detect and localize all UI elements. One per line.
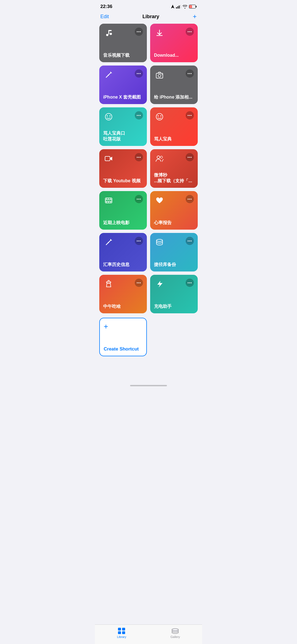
svg-point-14 [108,75,109,76]
card-icon-row: ••• [103,153,143,164]
svg-rect-35 [110,202,111,203]
card-label-insult-lotus: 骂人宝典口 吐莲花版 [103,131,143,142]
edit-button[interactable]: Edit [100,14,109,20]
card-add-photo[interactable]: ••• 给 iPhone 添加相... [150,66,198,104]
card-icon-charging [154,279,165,290]
card-more-button-lunch[interactable]: ••• [135,279,143,287]
card-icon-add-photo [154,69,165,80]
card-icon-row: ••• [103,69,143,80]
card-more-button-shortcut-backup[interactable]: ••• [186,237,194,245]
card-more-button-music-download[interactable]: ••• [135,28,143,36]
svg-rect-30 [106,198,107,199]
wifi-icon [183,5,187,9]
battery-icon [189,5,197,9]
card-more-button-iphone-x-screenshot[interactable]: ••• [135,69,143,78]
card-icon-shortcut-backup [154,237,165,248]
card-icon-weibo [154,153,165,164]
card-heart-rate[interactable]: ••• 心率报告 [150,191,198,230]
card-more-button-youtube[interactable]: ••• [135,153,143,161]
svg-point-21 [156,113,163,120]
card-label-insult: 骂人宝典 [154,136,194,142]
card-youtube[interactable]: ••• 下载 Youtube 视频 [99,149,147,188]
svg-rect-9 [108,30,112,31]
card-icon-row: ••• [154,69,194,80]
svg-rect-28 [105,199,112,200]
card-charging[interactable]: ••• 充电助手 [150,275,198,313]
svg-rect-24 [105,156,110,161]
card-more-button-insult[interactable]: ••• [186,111,194,119]
card-icon-row: ••• [154,111,194,122]
signal-icon [176,5,181,9]
card-label-shortcut-backup: 捷径库备份 [154,262,194,268]
svg-point-19 [107,115,108,116]
svg-point-17 [162,74,163,75]
add-button[interactable]: + [193,13,197,20]
nav-bar: Edit Library + [95,12,202,24]
status-icons [171,5,197,9]
card-weibo[interactable]: ••• 微博秒 ...频下载（支持「... [150,149,198,188]
card-more-button-heart-rate[interactable]: ••• [186,195,194,203]
svg-point-22 [158,115,159,116]
card-icon-insult [154,111,165,122]
card-icon-music-download [103,28,114,39]
card-more-button-weibo[interactable]: ••• [186,153,194,161]
card-icon-row: ••• [154,28,194,39]
card-lunch[interactable]: ••• 中午吃啥 [99,275,147,313]
card-more-button-exchange[interactable]: ••• [135,237,143,245]
card-insult[interactable]: ••• 骂人宝典 [150,107,198,146]
status-bar: 22:36 [95,0,202,12]
card-icon-row: ••• [103,237,143,248]
create-shortcut-card[interactable]: + Create Shortcut [99,318,147,356]
card-icon-row: ••• [154,279,194,290]
card-more-button-movies[interactable]: ••• [135,195,143,203]
card-label-lunch: 中午吃啥 [103,304,143,309]
create-icon-row: + [104,322,142,331]
card-label-youtube: 下载 Youtube 视频 [103,178,143,184]
status-time: 22:36 [100,4,112,9]
create-shortcut-label: Create Shortcut [104,346,142,352]
card-more-button-add-photo[interactable]: ••• [186,69,194,78]
card-shortcut-backup[interactable]: ••• 捷径库备份 [150,233,198,271]
svg-rect-31 [108,198,109,199]
svg-point-40 [156,239,163,241]
svg-line-38 [110,240,111,241]
svg-rect-32 [110,198,111,199]
svg-point-25 [157,156,160,159]
svg-line-13 [110,72,111,74]
svg-rect-2 [179,6,180,9]
card-icon-row: ••• [103,111,143,122]
card-icon-lunch [103,279,114,290]
card-icon-iphone-x-screenshot [103,69,114,80]
card-more-button-download[interactable]: ••• [186,28,194,36]
card-insult-lotus[interactable]: ••• 骂人宝典口 吐莲花版 [99,107,147,146]
shortcuts-grid-container: ••• 音乐视频下载 ••• Download... ••• iPhone X … [95,24,202,383]
card-more-button-insult-lotus[interactable]: ••• [135,111,143,119]
card-icon-youtube [103,153,114,164]
card-movies[interactable]: ••• 近期上映电影 [99,191,147,230]
card-label-charging: 充电助手 [154,304,194,309]
card-more-button-charging[interactable]: ••• [186,279,194,287]
card-icon-insult-lotus [103,111,114,122]
card-icon-exchange [103,237,114,248]
card-download[interactable]: ••• Download... [150,24,198,62]
card-music-download[interactable]: ••• 音乐视频下载 [99,24,147,62]
create-shortcut-row: + Create Shortcut [95,318,202,361]
card-icon-download [154,28,165,39]
card-iphone-x-screenshot[interactable]: ••• iPhone X 套壳截图 [99,66,147,104]
svg-point-16 [158,74,161,77]
card-label-download: Download... [154,53,194,58]
page-title: Library [142,14,159,20]
card-icon-movies [103,195,114,206]
shortcuts-grid: ••• 音乐视频下载 ••• Download... ••• iPhone X … [95,24,202,318]
svg-point-39 [108,242,109,243]
card-exchange[interactable]: ••• 汇率历史信息 [99,233,147,271]
card-icon-heart-rate [154,195,165,206]
svg-rect-34 [108,202,109,203]
svg-rect-0 [176,7,177,9]
location-icon [171,5,174,9]
card-label-iphone-x-screenshot: iPhone X 套壳截图 [103,94,143,100]
card-label-heart-rate: 心率报告 [154,220,194,226]
svg-point-18 [105,113,112,120]
svg-rect-1 [177,6,178,9]
card-icon-row: ••• [154,237,194,248]
